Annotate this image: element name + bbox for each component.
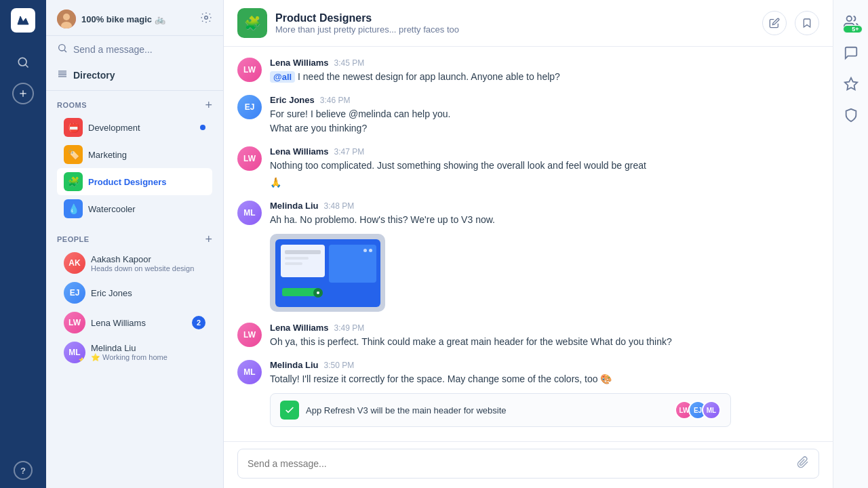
add-person-button[interactable]: + [205, 233, 212, 245]
msg-text-m5: Oh ya, this is perfect. Think could make… [270, 335, 819, 349]
msg-header-m2: Eric Jones 3:46 PM [270, 95, 819, 105]
person-item-lena[interactable]: LW Lena Williams 2 [57, 308, 212, 338]
sidebar-header: 100% bike magic 🚲 [46, 0, 223, 36]
msg-text-m2b: What are you thinking? [270, 121, 819, 136]
room-item-marketing[interactable]: 🏷️ Marketing [57, 141, 212, 168]
message-group-m2: EJ Eric Jones 3:46 PM For sure! I believ… [237, 95, 819, 136]
settings-icon[interactable] [200, 12, 212, 26]
message-content-m2: Eric Jones 3:46 PM For sure! I believe @… [270, 95, 819, 136]
person-avatar-aakash: AK [64, 252, 85, 274]
username-label: 100% bike magic 🚲 [81, 14, 165, 24]
person-avatar-eric: EJ [64, 282, 85, 304]
search-label: Send a message... [73, 44, 153, 55]
attachment-icon[interactable] [797, 456, 809, 471]
chat-title: Product Designers [275, 12, 459, 24]
person-name-eric: Eric Jones [91, 288, 205, 298]
design-mock-container [270, 234, 385, 312]
msg-time-m3: 3:47 PM [334, 147, 365, 157]
online-count-badge: 5+ [843, 25, 862, 33]
app-logo[interactable] [11, 8, 35, 33]
msg-header-m1: Lena Williams 3:45 PM [270, 58, 819, 68]
chat-header-actions [762, 11, 819, 35]
msg-emoji-m3: 🙏 [270, 176, 819, 190]
avatar-lena-m3: LW [237, 146, 262, 171]
members-icon[interactable]: 5+ [839, 9, 863, 34]
msg-text-m3: Nothing too complicated. Just something … [270, 159, 819, 173]
msg-text-m6: Totally! I'll resize it correctly for th… [270, 372, 819, 386]
message-input[interactable] [248, 458, 790, 469]
svg-line-9 [64, 50, 66, 52]
unread-indicator-development [200, 125, 205, 130]
mention-all: @all [270, 71, 295, 83]
msg-author-m4: Melinda Liu [270, 201, 319, 211]
msg-text-m4: Ah ha. No problemo. How's this? We're up… [270, 213, 819, 227]
message-group-m1: LW Lena Williams 3:45 PM @all I need the… [237, 58, 819, 84]
svg-line-1 [26, 65, 28, 68]
svg-point-5 [63, 14, 70, 20]
pin-icon[interactable] [839, 72, 863, 96]
avatar-lena-m5: LW [237, 323, 262, 347]
msg-time-m5: 3:49 PM [334, 323, 365, 333]
room-avatar-development: 📛 [64, 118, 83, 137]
room-name-development: Development [88, 123, 195, 133]
person-item-eric[interactable]: EJ Eric Jones [57, 278, 212, 308]
task-preview[interactable]: App Refresh V3 will be the main header f… [270, 393, 731, 427]
directory-link[interactable]: Directory [46, 63, 223, 91]
unread-badge-lena: 2 [192, 316, 205, 329]
svg-point-8 [59, 45, 65, 51]
rooms-section: ROOMS + 📛 Development 🏷️ Marketing 🧩 Pro… [46, 91, 223, 225]
people-section: PEOPLE + AK Aakash Kapoor Heads down on … [46, 225, 223, 370]
rooms-header: ROOMS + [57, 99, 212, 111]
person-info-melinda: Melinda Liu ⭐ Working from home [91, 343, 205, 362]
svg-point-7 [205, 16, 208, 20]
task-preview-left: App Refresh V3 will be the main header f… [280, 401, 507, 420]
msg-author-m1: Lena Williams [270, 58, 329, 68]
search-bar[interactable]: Send a message... [46, 36, 223, 63]
people-label: PEOPLE [57, 235, 90, 243]
person-status-melinda: ⭐ Working from home [91, 353, 205, 362]
room-name-pd: Product Designers [88, 177, 205, 187]
task-avatar-melinda: ML [702, 401, 721, 420]
msg-header-m3: Lena Williams 3:47 PM [270, 146, 819, 157]
edit-channel-button[interactable] [762, 11, 787, 35]
right-panel: 5+ [833, 0, 868, 488]
chat-bubble-icon[interactable] [839, 41, 863, 65]
main-chat: 🧩 Product Designers More than just prett… [224, 0, 833, 488]
chat-header: 🧩 Product Designers More than just prett… [224, 0, 833, 47]
person-item-melinda[interactable]: ML ⭐ Melinda Liu ⭐ Working from home [57, 338, 212, 367]
add-room-button[interactable]: + [205, 99, 212, 111]
search-rail-icon[interactable] [11, 50, 35, 75]
room-item-development[interactable]: 📛 Development [57, 114, 212, 141]
help-button[interactable]: ? [14, 461, 33, 480]
rooms-label: ROOMS [57, 101, 87, 109]
user-profile[interactable]: 100% bike magic 🚲 [57, 9, 165, 28]
person-info-lena: Lena Williams [91, 318, 186, 328]
room-name-marketing: Marketing [88, 150, 205, 160]
design-image-preview [270, 234, 385, 312]
online-count: 5+ [852, 26, 859, 33]
room-avatar-marketing: 🏷️ [64, 145, 83, 164]
svg-point-14 [846, 16, 851, 21]
task-avatars: LW EJ ML [680, 401, 721, 420]
add-rail-button[interactable] [12, 83, 34, 104]
avatar-lena-m1: LW [237, 58, 262, 82]
room-item-product-designers[interactable]: 🧩 Product Designers [57, 168, 212, 195]
person-avatar-melinda: ML ⭐ [64, 342, 85, 363]
msg-header-m4: Melinda Liu 3:48 PM [270, 201, 819, 211]
bookmark-button[interactable] [795, 11, 819, 35]
shield-icon[interactable] [839, 103, 863, 127]
msg-author-m6: Melinda Liu [270, 360, 319, 370]
message-group-m5: LW Lena Williams 3:49 PM Oh ya, this is … [237, 323, 819, 349]
msg-author-m2: Eric Jones [270, 95, 315, 105]
search-icon [57, 43, 68, 56]
msg-body-m1: I need the newest design for app launch.… [298, 71, 560, 82]
person-item-aakash[interactable]: AK Aakash Kapoor Heads down on website d… [57, 248, 212, 278]
room-avatar-watercooler: 💧 [64, 199, 83, 218]
online-dot [846, 27, 850, 31]
user-avatar [57, 9, 76, 28]
room-item-watercooler[interactable]: 💧 Watercooler [57, 195, 212, 222]
msg-header-m5: Lena Williams 3:49 PM [270, 323, 819, 333]
person-status-aakash: Heads down on website design [91, 264, 205, 272]
person-info-aakash: Aakash Kapoor Heads down on website desi… [91, 254, 205, 272]
msg-header-m6: Melinda Liu 3:50 PM [270, 360, 819, 370]
